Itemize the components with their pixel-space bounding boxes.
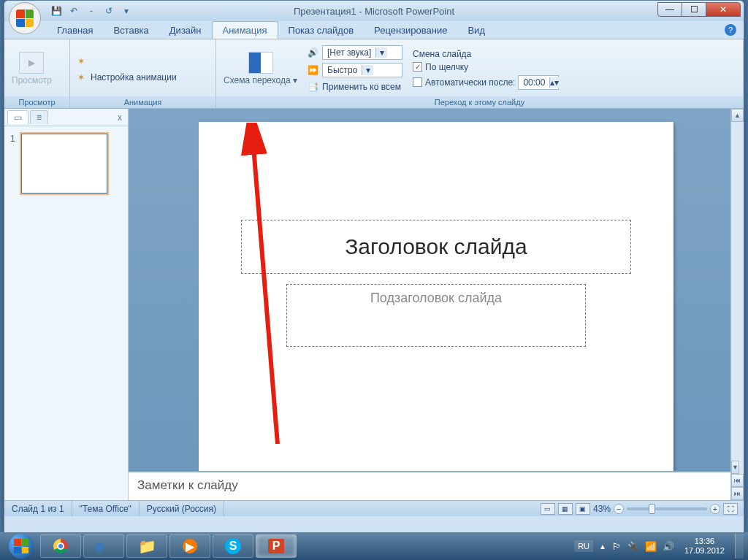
status-language[interactable]: Русский (Россия) <box>140 501 224 516</box>
taskbar-skype[interactable]: S <box>213 534 253 558</box>
vertical-scrollbar[interactable]: ▲ ▼ ⏮ ⏭ <box>730 109 744 500</box>
thumbnails-close-button[interactable]: x <box>115 112 125 123</box>
auto-after-checkbox[interactable]: Автоматически после: 00:00▴▾ <box>413 75 559 90</box>
subtitle-placeholder[interactable]: Подзаголовок слайда <box>286 284 586 347</box>
volume-icon[interactable]: 🔊 <box>663 541 674 552</box>
taskbar-powerpoint[interactable]: P <box>256 534 297 558</box>
status-bar: Слайд 1 из 1 "Тема Office" Русский (Росс… <box>4 500 744 516</box>
preview-button[interactable]: ▶ Просмотр <box>9 50 55 87</box>
slideshow-view-button[interactable]: ▣ <box>576 503 590 515</box>
thumbnail-preview <box>21 134 107 193</box>
chrome-icon <box>53 539 68 553</box>
transition-scheme-button[interactable]: Схема перехода ▾ <box>221 50 300 87</box>
tab-review[interactable]: Рецензирование <box>364 22 457 39</box>
thumbnails-tab-outline[interactable]: ≡ <box>30 110 48 124</box>
tab-home[interactable]: Главная <box>47 22 103 39</box>
tab-design[interactable]: Дизайн <box>159 22 212 39</box>
transition-scheme-label: Схема перехода ▾ <box>224 75 297 85</box>
group-label-animation: Анимация <box>70 96 215 108</box>
auto-after-label: Автоматически после: <box>425 77 515 88</box>
flag-icon[interactable]: 🏳 <box>612 541 622 552</box>
apply-all-label: Применить ко всем <box>322 82 401 92</box>
apply-to-all-button[interactable]: 📑 Применить ко всем <box>306 80 402 93</box>
transition-speed-value: Быстро <box>323 65 362 75</box>
network-icon[interactable]: 📶 <box>645 541 657 552</box>
minimize-button[interactable]: — <box>657 2 682 17</box>
status-theme: "Тема Office" <box>72 501 140 516</box>
transition-scheme-icon <box>248 52 273 74</box>
transition-sound-combo[interactable]: [Нет звука]▾ <box>322 45 402 60</box>
slide-thumbnails-pane: ▭ ≡ x 1 <box>4 109 129 500</box>
powerpoint-icon: P <box>268 539 284 553</box>
windows-taskbar: e 📁 ▶ S P RU ▲ 🏳 🔌 📶 🔊 13:36 17.09.2012 <box>0 532 748 560</box>
group-label-preview: Просмотр <box>4 96 69 108</box>
slide: Заголовок слайда Подзаголовок слайда <box>199 122 673 471</box>
auto-after-value: 00:00 <box>519 77 549 88</box>
media-icon: ▶ <box>183 539 197 553</box>
office-button[interactable] <box>9 2 44 37</box>
maximize-button[interactable]: ☐ <box>682 2 706 17</box>
preview-icon: ▶ <box>19 52 44 74</box>
transition-speed-combo[interactable]: Быстро▾ <box>322 63 402 77</box>
scroll-down-icon[interactable]: ▼ <box>731 461 739 474</box>
animation-settings-button[interactable]: ✶ Настройка анимации <box>75 71 177 84</box>
taskbar-media[interactable]: ▶ <box>169 534 210 558</box>
title-bar: 💾 ↶ - ↺ ▾ Презентация1 - Microsoft Power… <box>4 1 744 21</box>
checkbox-unchecked-icon <box>413 77 422 87</box>
animation-settings-icon: ✶ <box>75 71 88 84</box>
skype-icon: S <box>225 538 241 554</box>
taskbar-ie[interactable]: e <box>83 534 124 558</box>
ie-icon: e <box>95 537 112 555</box>
speed-icon: ⏩ <box>306 64 319 77</box>
folder-icon: 📁 <box>138 537 156 555</box>
ribbon-tabs: Главная Вставка Дизайн Анимация Показ сл… <box>47 21 744 39</box>
tray-date: 17.09.2012 <box>684 546 725 556</box>
notes-pane[interactable]: Заметки к слайду <box>129 471 744 500</box>
group-label-transition: Переход к этому слайду <box>216 96 743 108</box>
title-placeholder[interactable]: Заголовок слайда <box>241 220 631 274</box>
window-title: Презентация1 - Microsoft PowerPoint <box>4 6 744 17</box>
checkbox-checked-icon: ✓ <box>413 62 422 72</box>
animate-dropdown[interactable]: ✶ <box>75 55 177 68</box>
zoom-out-button[interactable]: − <box>614 504 624 514</box>
ribbon: ▶ Просмотр Просмотр ✶ ✶ Настройка анимац… <box>4 39 744 109</box>
thumbnail-number: 1 <box>10 134 15 144</box>
prev-slide-button[interactable]: ⏮ <box>731 474 744 487</box>
tray-clock[interactable]: 13:36 17.09.2012 <box>680 537 729 555</box>
normal-view-button[interactable]: ▭ <box>541 503 555 515</box>
fit-to-window-button[interactable]: ⛶ <box>723 503 738 515</box>
close-button[interactable]: ✕ <box>706 2 741 17</box>
status-slide-count: Слайд 1 из 1 <box>4 501 72 516</box>
show-desktop-button[interactable] <box>735 534 744 559</box>
apply-all-icon: 📑 <box>306 80 319 93</box>
slide-canvas[interactable]: Заголовок слайда Подзаголовок слайда <box>129 109 744 471</box>
taskbar-explorer[interactable]: 📁 <box>126 534 167 558</box>
tab-animation[interactable]: Анимация <box>212 21 278 39</box>
scroll-up-icon[interactable]: ▲ <box>731 109 744 122</box>
auto-after-time[interactable]: 00:00▴▾ <box>518 75 559 90</box>
help-icon[interactable]: ? <box>725 24 736 36</box>
sound-icon: 🔊 <box>306 46 319 59</box>
transition-sound-value: [Нет звука] <box>323 47 375 58</box>
start-button[interactable] <box>4 533 38 559</box>
sorter-view-button[interactable]: ▦ <box>558 503 573 515</box>
thumbnails-tab-slides[interactable]: ▭ <box>7 110 28 124</box>
taskbar-chrome[interactable] <box>40 534 81 558</box>
zoom-percent: 43% <box>593 504 611 514</box>
animate-icon: ✶ <box>75 55 88 68</box>
advance-slide-header: Смена слайда <box>413 49 559 59</box>
preview-label: Просмотр <box>12 75 52 85</box>
power-icon[interactable]: 🔌 <box>627 541 639 552</box>
zoom-in-button[interactable]: + <box>710 504 720 514</box>
animation-settings-label: Настройка анимации <box>91 72 177 83</box>
on-click-checkbox[interactable]: ✓ По щелчку <box>413 62 559 72</box>
tray-overflow-icon[interactable]: ▲ <box>599 542 606 551</box>
next-slide-button[interactable]: ⏭ <box>731 487 744 500</box>
language-indicator[interactable]: RU <box>574 540 593 552</box>
on-click-label: По щелчку <box>425 62 468 72</box>
slide-thumbnail[interactable]: 1 <box>10 134 122 196</box>
tab-insert[interactable]: Вставка <box>103 22 159 39</box>
zoom-slider[interactable] <box>627 507 707 510</box>
tab-slideshow[interactable]: Показ слайдов <box>278 22 365 39</box>
tab-view[interactable]: Вид <box>457 22 495 39</box>
